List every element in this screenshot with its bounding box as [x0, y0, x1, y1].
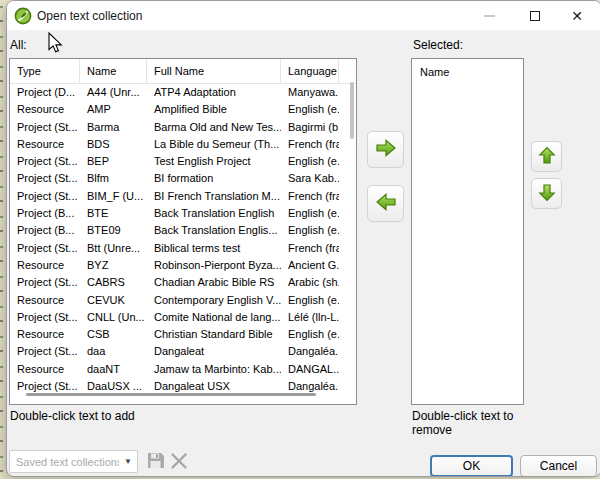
table-cell: daa — [80, 343, 147, 360]
open-text-collection-dialog: Open text collection ✕ All: Selected: Ty… — [6, 0, 600, 477]
table-cell: Amplified Bible — [147, 101, 281, 118]
horizontal-scrollbar[interactable] — [26, 393, 316, 396]
maximize-button[interactable] — [517, 1, 553, 31]
chevron-down-icon: ▼ — [124, 457, 132, 466]
table-row[interactable]: ResourceAMPAmplified BibleEnglish (e... — [10, 101, 356, 118]
arrow-down-icon — [538, 183, 556, 205]
save-icon — [146, 451, 165, 473]
table-cell: CSB — [80, 326, 147, 343]
table-cell: Project (St... — [10, 309, 80, 326]
table-row[interactable]: Project (St...daaDangaleatDangaléa... — [10, 343, 356, 360]
table-cell — [339, 343, 356, 360]
table-cell — [339, 292, 356, 309]
table-cell: Test English Project — [147, 153, 281, 170]
table-row[interactable]: ResourceBYZRobinson-Pierpont Byza...Anci… — [10, 257, 356, 274]
table-cell: Jamaw ta Marbinto: Kab... — [147, 361, 281, 378]
column-header-name[interactable]: Name — [80, 59, 147, 83]
table-cell — [339, 240, 356, 257]
table-cell: Project (St... — [10, 153, 80, 170]
column-header-type[interactable]: Type — [10, 59, 80, 83]
arrow-left-icon — [375, 192, 397, 215]
table-cell: Chadian Arabic Bible RS — [147, 274, 281, 291]
table-row[interactable]: Project (B...BTE09Back Translation Engli… — [10, 222, 356, 239]
all-list-header: Type Name Full Name Language — [10, 59, 356, 84]
vertical-scrollbar[interactable] — [350, 82, 354, 139]
table-cell — [339, 136, 356, 153]
table-cell: Contemporary English V... — [147, 292, 281, 309]
close-button[interactable]: ✕ — [559, 1, 595, 31]
table-cell — [339, 205, 356, 222]
move-up-button[interactable] — [531, 141, 562, 172]
close-icon: ✕ — [571, 9, 583, 23]
table-row[interactable]: Project (St...BIM_F (U...BI French Trans… — [10, 188, 356, 205]
table-row[interactable]: Project (B...BTEBack Translation English… — [10, 205, 356, 222]
table-cell: Barma Old and New Tes... — [147, 119, 281, 136]
table-cell: Manyawa... — [281, 84, 339, 101]
table-row[interactable]: ResourceCEVUKContemporary English V...En… — [10, 292, 356, 309]
save-collection-button[interactable] — [144, 451, 166, 473]
table-cell: Robinson-Pierpont Byza... — [147, 257, 281, 274]
move-down-button[interactable] — [531, 178, 562, 209]
cancel-button[interactable]: Cancel — [520, 455, 597, 477]
table-cell: Lélé (lln-L... — [281, 309, 339, 326]
saved-collections-combobox[interactable]: Saved text collections ▼ — [9, 450, 138, 473]
title-bar: Open text collection ✕ — [7, 1, 600, 31]
table-cell — [339, 309, 356, 326]
table-row[interactable]: Project (St...BlfmBI formationSara Kab..… — [10, 170, 356, 187]
all-list-body: Project (D...A44 (Unr...ATP4 AdaptationM… — [10, 84, 356, 395]
table-cell: Resource — [10, 326, 80, 343]
selected-column-header-name[interactable]: Name — [412, 59, 523, 78]
table-row[interactable]: ResourcedaaNTJamaw ta Marbinto: Kab...DA… — [10, 361, 356, 378]
table-cell: Back Translation Englis... — [147, 222, 281, 239]
table-row[interactable]: Project (St...CNLL (Un...Comite National… — [10, 309, 356, 326]
table-cell: Project (St... — [10, 170, 80, 187]
table-row[interactable]: Project (D...A44 (Unr...ATP4 AdaptationM… — [10, 84, 356, 101]
table-cell — [339, 153, 356, 170]
table-cell: Project (St... — [10, 240, 80, 257]
selected-label: Selected: — [413, 38, 463, 52]
all-texts-list[interactable]: Type Name Full Name Language Project (D.… — [9, 58, 357, 405]
window-title: Open text collection — [37, 9, 142, 23]
table-row[interactable]: Project (St...Btt (Unre...Biblical terms… — [10, 240, 356, 257]
table-cell: ATP4 Adaptation — [147, 84, 281, 101]
table-row[interactable]: ResourceBDSLa Bible du Semeur (Th...Fren… — [10, 136, 356, 153]
table-cell: Project (B... — [10, 222, 80, 239]
table-cell: French (fra... — [281, 240, 339, 257]
table-cell: Comite National de lang... — [147, 309, 281, 326]
table-cell: Project (St... — [10, 274, 80, 291]
table-cell: Blfm — [80, 170, 147, 187]
table-row[interactable]: Project (St...CABRSChadian Arabic Bible … — [10, 274, 356, 291]
table-cell: Dangaléa... — [281, 343, 339, 360]
table-cell — [339, 274, 356, 291]
delete-collection-button[interactable] — [168, 451, 190, 473]
selected-texts-list[interactable]: Name — [411, 58, 524, 405]
table-cell: English (e... — [281, 292, 339, 309]
table-cell: Btt (Unre... — [80, 240, 147, 257]
table-cell: DANGAL... — [281, 361, 339, 378]
table-cell — [339, 188, 356, 205]
saved-collections-dropdown-button[interactable]: ▼ — [119, 451, 137, 472]
add-to-selected-button[interactable] — [367, 131, 404, 168]
table-cell: Project (D... — [10, 84, 80, 101]
table-cell: Dangaleat — [147, 343, 281, 360]
column-header-spacer — [339, 59, 356, 83]
table-cell: BEP — [80, 153, 147, 170]
column-header-language[interactable]: Language — [281, 59, 339, 83]
table-cell — [339, 222, 356, 239]
table-cell: English (e... — [281, 153, 339, 170]
table-cell: Project (St... — [10, 343, 80, 360]
table-cell: BI formation — [147, 170, 281, 187]
ok-button[interactable]: OK — [430, 455, 513, 477]
remove-from-selected-button[interactable] — [367, 185, 404, 222]
minimize-button[interactable] — [471, 1, 507, 31]
table-row[interactable]: Project (St...BEPTest English ProjectEng… — [10, 153, 356, 170]
table-cell: Resource — [10, 101, 80, 118]
arrow-right-icon — [375, 138, 397, 161]
column-header-full-name[interactable]: Full Name — [147, 59, 281, 83]
table-cell: BYZ — [80, 257, 147, 274]
table-row[interactable]: Project (St...BarmaBarma Old and New Tes… — [10, 119, 356, 136]
table-row[interactable]: ResourceCSBChristian Standard BibleEngli… — [10, 326, 356, 343]
table-cell: Back Translation English — [147, 205, 281, 222]
table-cell: Resource — [10, 361, 80, 378]
table-cell: Sara Kab... — [281, 170, 339, 187]
